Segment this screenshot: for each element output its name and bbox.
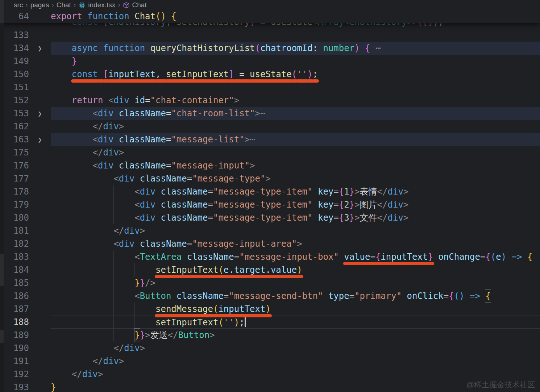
code-line-187[interactable]: 187 sendMessage(inputText) [0,303,540,316]
code-line-153[interactable]: 153❯ <div className="chat-room-list">⋯ [0,107,540,120]
line-number[interactable]: 190 [0,342,29,355]
line-number[interactable]: 191 [0,355,29,368]
code-line-175[interactable]: 175 </div> [0,146,540,159]
line-number[interactable]: 183 [0,250,29,263]
fold-gutter [29,263,51,276]
breadcrumb-item-pages[interactable]: pages [30,1,49,9]
code-line-163[interactable]: 163❯ <div className="message-list">⋯ [0,133,540,146]
code-line-177[interactable]: 177 <div className="message-type"> [0,172,540,185]
code-line-178[interactable]: 178 <div className="message-type-item" k… [0,185,540,198]
fold-gutter [29,303,51,316]
code-line-text[interactable]: <div className="chat-room-list">⋯ [51,107,540,120]
code-line-text[interactable]: </div> [51,355,540,368]
code-line-text[interactable]: setInputText(e.target.value) [51,263,540,276]
code-line-text[interactable]: <Button className="message-send-btn" typ… [51,289,540,303]
code-line-text[interactable]: }}/> [51,276,540,289]
fold-chevron-icon[interactable]: ❯ [29,133,51,146]
code-line-182[interactable]: 182 <div className="message-input-area"> [0,237,540,250]
code-line-176[interactable]: 176 <div className="message-input"> [0,159,540,172]
code-line-text[interactable]: return <div id="chat-container"> [51,94,540,107]
code-line-152[interactable]: 152 return <div id="chat-container"> [0,94,540,107]
line-number[interactable]: 150 [0,68,29,81]
line-number[interactable]: 188 [0,316,29,329]
code-line-188[interactable]: 188 setInputText(''); [0,316,540,329]
code-line-text[interactable]: <div className="message-type-item" key={… [51,211,540,224]
line-number[interactable]: 180 [0,211,29,224]
code-line-134[interactable]: 134❯ async function queryChatHistoryList… [0,42,540,55]
code-line-181[interactable]: 181 </div> [0,224,540,237]
code-line-186[interactable]: 186 <Button className="message-send-btn"… [0,289,540,303]
breadcrumb-item-chat-folder[interactable]: Chat [57,1,71,9]
code-line-185[interactable]: 185 }}/> [0,276,540,289]
line-number[interactable]: 151 [0,81,29,94]
line-number[interactable]: 186 [0,289,29,303]
code-line-184[interactable]: 184 setInputText(e.target.value) [0,263,540,276]
code-line-text[interactable]: } [51,55,540,68]
code-line-text[interactable]: sendMessage(inputText) [51,303,540,316]
code-line-text[interactable]: const [inputText, setInputText] = useSta… [51,68,540,81]
line-number[interactable]: 175 [0,146,29,159]
code-area: const [chatHistory, setChatHistory] = us… [0,16,540,392]
code-line-133[interactable]: 133 [0,29,540,42]
line-number[interactable]: 181 [0,224,29,237]
line-number[interactable]: 162 [0,120,29,133]
code-line-text[interactable]: <div className="message-type"> [51,172,540,185]
code-line-text[interactable]: </div> [51,368,540,381]
code-line-text[interactable]: </div> [51,224,540,237]
line-number[interactable]: 189 [0,329,29,342]
code-line-190[interactable]: 190 </div> [0,342,540,355]
code-line-150[interactable]: 150 const [inputText, setInputText] = us… [0,68,540,81]
breadcrumb-item-chat-symbol[interactable]: Chat [132,1,147,9]
code-line-192[interactable]: 192 </div> [0,368,540,381]
fold-chevron-icon[interactable]: ❯ [29,107,51,120]
fold-gutter [29,120,51,133]
code-line-193[interactable]: 193} [0,381,540,392]
fold-chevron-icon[interactable]: ❯ [29,42,51,55]
code-line-183[interactable]: 183 <TextArea className="message-input-b… [0,250,540,263]
line-number[interactable]: 187 [0,303,29,316]
sticky-code-line[interactable]: 64 export function Chat() { [0,10,540,23]
code-line-text[interactable]: setInputText(''); [51,316,540,329]
line-number[interactable]: 185 [0,276,29,289]
line-number[interactable]: 149 [0,55,29,68]
code-line-text[interactable]: <div className="message-list">⋯ [51,133,540,146]
code-line-text[interactable]: <div className="message-type-item" key={… [51,185,540,198]
line-number[interactable]: 192 [0,368,29,381]
code-line-text[interactable]: <div className="message-input"> [51,159,540,172]
breadcrumb-item-src[interactable]: src [14,1,23,9]
line-number[interactable]: 133 [0,29,29,42]
line-number[interactable]: 178 [0,185,29,198]
line-number[interactable]: 179 [0,198,29,211]
code-line-text[interactable]: </div> [51,120,540,133]
fold-gutter [29,329,51,342]
code-line-text[interactable]: <div className="message-type-item" key={… [51,198,540,211]
code-line-text[interactable] [51,81,540,94]
code-line-text[interactable] [51,29,540,42]
breadcrumb-item-index-tsx[interactable]: index.tsx [88,1,115,9]
line-number[interactable]: 193 [0,381,29,392]
code-line-180[interactable]: 180 <div className="message-type-item" k… [0,211,540,224]
code-line-text[interactable]: export function Chat() { [51,10,540,23]
code-line-text[interactable]: <div className="message-input-area"> [51,237,540,250]
code-line-191[interactable]: 191 </div> [0,355,540,368]
code-line-162[interactable]: 162 </div> [0,120,540,133]
line-number[interactable]: 177 [0,172,29,185]
code-line-text[interactable]: <TextArea className="message-input-box" … [51,250,540,263]
code-line-text[interactable]: async function queryChatHistoryList(chat… [51,42,540,55]
code-line-151[interactable]: 151 [0,81,540,94]
code-line-189[interactable]: 189 }}>发送</Button> [0,329,540,342]
code-line-text[interactable]: }}>发送</Button> [51,329,540,342]
fold-gutter [29,185,51,198]
line-number[interactable]: 163 [0,133,29,146]
line-number[interactable]: 182 [0,237,29,250]
line-number[interactable]: 176 [0,159,29,172]
code-line-text[interactable]: </div> [51,342,540,355]
fold-gutter [29,29,51,42]
code-line-179[interactable]: 179 <div className="message-type-item" k… [0,198,540,211]
line-number[interactable]: 134 [0,42,29,55]
line-number[interactable]: 152 [0,94,29,107]
line-number[interactable]: 184 [0,263,29,276]
code-line-149[interactable]: 149 } [0,55,540,68]
code-line-text[interactable]: </div> [51,146,540,159]
line-number[interactable]: 153 [0,107,29,120]
